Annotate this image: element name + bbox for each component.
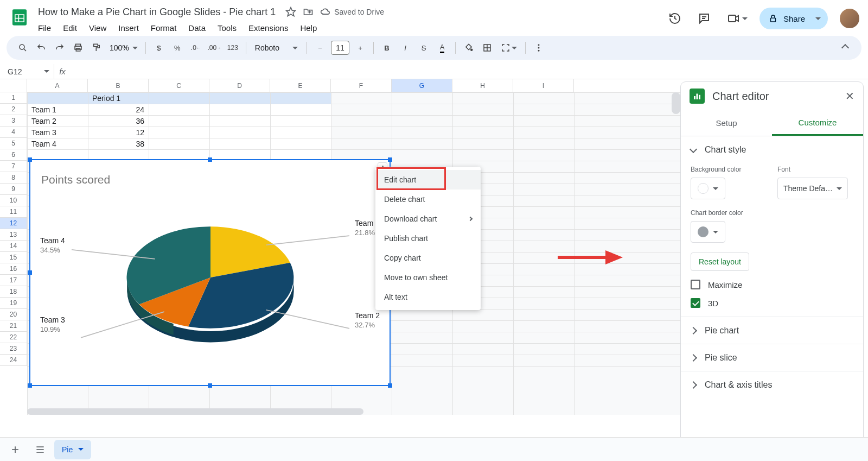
font-select[interactable]: Roboto: [251, 43, 302, 52]
number-format-button[interactable]: 123: [224, 39, 241, 56]
3d-checkbox-row[interactable]: 3D: [691, 298, 853, 308]
row-17[interactable]: 17: [0, 275, 27, 286]
row-15[interactable]: 15: [0, 252, 27, 263]
col-F[interactable]: F: [331, 79, 392, 92]
menu-data[interactable]: Data: [183, 21, 211, 35]
col-B[interactable]: B: [88, 79, 149, 92]
col-I[interactable]: I: [513, 79, 574, 92]
col-H[interactable]: H: [452, 79, 513, 92]
tab-customize[interactable]: Customize: [772, 110, 863, 136]
col-A[interactable]: A: [27, 79, 88, 92]
cell-A5[interactable]: Team 4: [29, 138, 88, 149]
menu-extensions[interactable]: Extensions: [243, 21, 293, 35]
row-11[interactable]: 11: [0, 206, 27, 218]
row-8[interactable]: 8: [0, 172, 27, 184]
menu-view[interactable]: View: [84, 21, 112, 35]
cell-B1[interactable]: Period 1: [90, 92, 149, 104]
cell-A3[interactable]: Team 2: [29, 115, 88, 127]
add-sheet-button[interactable]: +: [4, 439, 26, 460]
ctx-delete-chart[interactable]: Delete chart: [375, 190, 481, 209]
font-size-minus[interactable]: −: [311, 39, 329, 56]
embedded-chart[interactable]: Points scored: [29, 159, 391, 386]
row-18[interactable]: 18: [0, 286, 27, 298]
vertical-scrollbar[interactable]: [672, 92, 680, 114]
row-7[interactable]: 7: [0, 161, 27, 172]
border-color-button[interactable]: [691, 221, 725, 243]
row-24[interactable]: 24: [0, 355, 27, 366]
more-toolbar-icon[interactable]: [530, 39, 547, 56]
chart-font-select[interactable]: Theme Defa…: [777, 178, 848, 199]
row-4[interactable]: 4: [0, 127, 27, 138]
italic-button[interactable]: I: [397, 39, 414, 56]
row-12[interactable]: 12: [0, 218, 27, 229]
row-3[interactable]: 3: [0, 115, 27, 127]
maximize-checkbox-row[interactable]: Maximize: [691, 280, 853, 289]
row-22[interactable]: 22: [0, 332, 27, 343]
row-5[interactable]: 5: [0, 138, 27, 149]
cell-B3[interactable]: 36: [88, 115, 146, 127]
meet-icon[interactable]: [723, 8, 752, 29]
ctx-publish-chart[interactable]: Publish chart: [375, 229, 481, 248]
share-dropdown[interactable]: [810, 11, 826, 26]
tab-setup[interactable]: Setup: [681, 110, 772, 136]
paint-format-icon[interactable]: [88, 39, 105, 56]
menu-tools[interactable]: Tools: [212, 21, 242, 35]
cloud-status[interactable]: Saved to Drive: [320, 7, 384, 17]
cell-B5[interactable]: 38: [88, 138, 146, 149]
all-sheets-button[interactable]: [29, 439, 51, 460]
ctx-copy-chart[interactable]: Copy chart: [375, 248, 481, 268]
col-C[interactable]: C: [149, 79, 209, 92]
ctx-alt-text[interactable]: Alt text: [375, 287, 481, 307]
formula-input[interactable]: [71, 64, 868, 79]
col-D[interactable]: D: [209, 79, 270, 92]
col-G[interactable]: G: [392, 79, 452, 92]
section-chart-style[interactable]: Chart style: [681, 136, 863, 163]
cell-A4[interactable]: Team 3: [29, 127, 88, 138]
ctx-download-chart[interactable]: Download chart: [375, 209, 481, 229]
ctx-edit-chart[interactable]: Edit chart: [375, 170, 481, 190]
borders-button[interactable]: [478, 39, 496, 56]
decrease-decimal-button[interactable]: .0←: [187, 39, 205, 56]
row-10[interactable]: 10: [0, 195, 27, 206]
col-E[interactable]: E: [270, 79, 331, 92]
section-pie-slice[interactable]: Pie slice: [681, 344, 863, 371]
cell-A2[interactable]: Team 1: [29, 104, 88, 115]
ctx-move-to-own-sheet[interactable]: Move to own sheet: [375, 268, 481, 287]
print-icon[interactable]: [69, 39, 87, 56]
bg-color-button[interactable]: [691, 178, 725, 199]
menu-edit[interactable]: Edit: [58, 21, 82, 35]
menu-insert[interactable]: Insert: [113, 21, 144, 35]
search-menus-icon[interactable]: [14, 39, 31, 56]
row-23[interactable]: 23: [0, 343, 27, 355]
row-1[interactable]: 1: [0, 92, 27, 104]
currency-button[interactable]: $: [150, 39, 168, 56]
row-19[interactable]: 19: [0, 298, 27, 309]
horizontal-scrollbar[interactable]: [27, 408, 363, 415]
row-14[interactable]: 14: [0, 241, 27, 252]
percent-button[interactable]: %: [169, 39, 186, 56]
star-icon[interactable]: [285, 7, 296, 17]
sheets-logo-icon[interactable]: [9, 7, 30, 28]
close-sidebar-icon[interactable]: ✕: [845, 90, 854, 103]
menu-file[interactable]: File: [35, 21, 56, 35]
strike-button[interactable]: S: [415, 39, 432, 56]
row-2[interactable]: 2: [0, 104, 27, 115]
bold-button[interactable]: B: [378, 39, 395, 56]
row-20[interactable]: 20: [0, 309, 27, 320]
redo-icon[interactable]: [51, 39, 68, 56]
share-button[interactable]: Share: [760, 8, 828, 29]
increase-decimal-button[interactable]: .00→: [206, 39, 223, 56]
section-chart-axis-titles[interactable]: Chart & axis titles: [681, 371, 863, 398]
menu-format[interactable]: Format: [145, 21, 182, 35]
cell-B2[interactable]: 24: [88, 104, 146, 115]
row-21[interactable]: 21: [0, 320, 27, 332]
menu-help[interactable]: Help: [295, 21, 322, 35]
fill-color-button[interactable]: [460, 39, 477, 56]
font-size-plus[interactable]: +: [352, 39, 369, 56]
undo-icon[interactable]: [33, 39, 50, 56]
comments-icon[interactable]: [693, 8, 715, 29]
reset-layout-button[interactable]: Reset layout: [691, 252, 749, 271]
move-folder-icon[interactable]: [303, 7, 314, 17]
row-16[interactable]: 16: [0, 263, 27, 275]
text-color-button[interactable]: A: [433, 39, 451, 56]
